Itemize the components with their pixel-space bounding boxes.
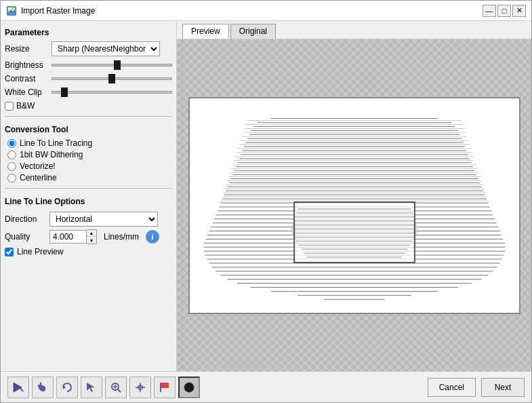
flag-tool-button[interactable] [154,377,176,398]
unit-label: Lines/mm [104,232,139,242]
flag-icon [159,381,171,394]
tab-preview[interactable]: Preview [182,24,229,39]
contrast-slider[interactable] [52,77,172,80]
quality-input[interactable] [49,230,87,244]
crosshair-tool-button[interactable] [129,377,151,398]
svg-point-2 [12,7,14,10]
maximize-button[interactable]: □ [497,5,511,17]
crosshair-icon [134,381,146,394]
radio-bw-row: 1bit BW Dithering [7,150,172,159]
resize-row: Resize Sharp (NearestNeighbor) Smooth (B… [5,41,172,56]
info-button[interactable]: i [146,230,159,244]
conversion-radio-group: Line To Line Tracing 1bit BW Dithering V… [7,138,172,183]
resize-select[interactable]: Sharp (NearestNeighbor) Smooth (Bilinear… [52,41,160,56]
bw-checkbox[interactable] [5,102,14,111]
arrow2-icon [85,381,98,394]
radio-bw[interactable] [7,151,16,159]
divider2 [5,188,172,189]
white-clip-slider-container [52,91,172,94]
radio-vectorize-row: Vectorize! [7,161,172,171]
direction-row: Direction Horizontal Vertical Diagonal [5,212,172,227]
svg-line-93 [118,389,121,392]
bottom-bar: Cancel Next [1,371,531,402]
image-content [188,97,520,314]
title-controls: — □ ✕ [483,5,526,17]
line-options-label: Line To Line Options [5,197,172,206]
radio-vectorize[interactable] [7,162,16,171]
brightness-slider-container [52,64,172,66]
radio-vectorize-label[interactable]: Vectorize! [20,161,56,171]
params-group-label: Parameters [5,28,172,37]
arrow-icon [12,381,24,394]
svg-point-101 [184,383,194,392]
spinner-up[interactable]: ▲ [87,230,96,237]
radio-line-row: Line To Line Tracing [7,138,172,148]
svg-rect-52 [294,202,415,263]
svg-marker-91 [87,383,95,392]
cancel-button[interactable]: Cancel [428,378,476,397]
direction-select[interactable]: Horizontal Vertical Diagonal [49,212,158,227]
options-section: Direction Horizontal Vertical Diagonal Q… [5,212,172,256]
zoom-tool-button[interactable] [105,377,127,398]
left-panel: Parameters Resize Sharp (NearestNeighbor… [1,21,177,371]
radio-line-label[interactable]: Line To Line Tracing [20,138,92,148]
radio-centerline[interactable] [7,174,16,183]
window-title: Import Raster Image [21,6,95,16]
contrast-label: Contrast [5,74,49,83]
tab-original[interactable]: Original [230,24,276,39]
app-icon [6,5,17,16]
close-button[interactable]: ✕ [512,5,526,17]
svg-marker-90 [63,385,66,389]
bw-row: B&W [5,101,172,111]
line-preview-label[interactable]: Line Preview [17,247,64,256]
minimize-button[interactable]: — [483,5,496,17]
conversion-tool-label: Conversion Tool [5,125,172,134]
direction-label: Direction [5,214,45,224]
radio-centerline-row: Centerline [7,173,172,183]
radio-line[interactable] [7,139,16,148]
arrow2-tool-button[interactable] [81,377,102,398]
brightness-row: Brightness [5,60,172,70]
title-bar: Import Raster Image — □ ✕ [1,1,531,21]
resize-label: Resize [5,44,49,54]
title-bar-left: Import Raster Image [6,5,95,16]
contrast-slider-container [52,77,172,80]
main-window: Import Raster Image — □ ✕ Parameters Res… [0,0,532,403]
preview-area [177,39,531,371]
line-preview-checkbox[interactable] [5,248,14,256]
svg-line-89 [20,388,23,391]
rotate-icon [61,381,73,394]
divider1 [5,116,172,117]
white-clip-row: White Clip [5,88,172,97]
brightness-slider[interactable] [52,64,172,66]
next-button[interactable]: Next [481,378,525,397]
zoom-icon [110,381,122,394]
preview-svg [190,98,519,313]
white-clip-label: White Clip [5,88,49,97]
bw-label[interactable]: B&W [16,101,35,111]
svg-rect-99 [161,383,169,388]
quality-row: Quality ▲ ▼ Lines/mm i [5,229,172,244]
line-preview-row: Line Preview [5,247,172,256]
circle-tool-button[interactable] [178,377,200,398]
tabs: Preview Original [177,21,531,39]
svg-marker-88 [14,383,22,392]
right-panel: Preview Original [177,21,531,371]
arrow-tool-button[interactable] [7,377,29,398]
white-clip-slider[interactable] [52,91,172,94]
circle-icon [183,381,195,394]
main-content: Parameters Resize Sharp (NearestNeighbor… [1,21,531,371]
spinner-down[interactable]: ▼ [87,237,96,244]
quality-label: Quality [5,232,45,242]
image-preview [188,97,520,314]
radio-centerline-label[interactable]: Centerline [20,173,57,183]
tool-icons [7,377,200,398]
rotate-tool-button[interactable] [56,377,78,398]
action-buttons: Cancel Next [428,378,525,397]
brightness-label: Brightness [5,60,49,70]
quality-spinner: ▲ ▼ [49,229,97,244]
radio-bw-label[interactable]: 1bit BW Dithering [20,150,83,159]
hand-icon [37,381,49,394]
spinner-buttons: ▲ ▼ [87,229,97,244]
hand-tool-button[interactable] [32,377,54,398]
